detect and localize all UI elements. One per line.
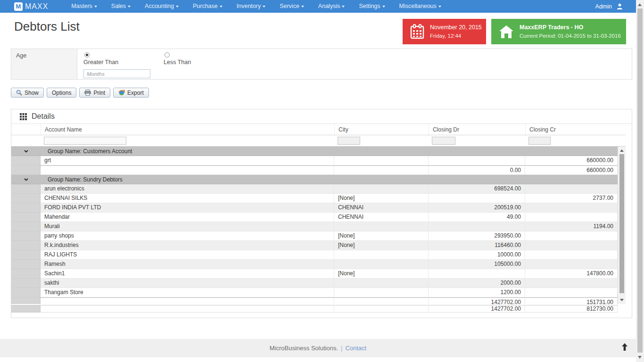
menu-analysis[interactable]: Analysis — [311, 0, 352, 13]
menu-sales[interactable]: Sales — [104, 0, 138, 13]
table-row[interactable]: grt660000.00 — [11, 156, 618, 165]
company-badge: MaxxERP Traders - HO Current Period: 01-… — [491, 19, 626, 44]
table-row[interactable]: Ramesh105000.00 — [11, 260, 618, 269]
app-logo[interactable]: M MAXX — [14, 2, 48, 11]
account-name-cell: Murali — [41, 222, 334, 231]
row-gutter-cell — [11, 260, 41, 269]
browser-vertical-scrollbar[interactable] — [636, 0, 644, 362]
table-row[interactable]: RAJ LIGHTS10000.00 — [11, 250, 618, 260]
table-row[interactable]: arun electronics698524.00 — [11, 184, 618, 194]
radio-less-than[interactable]: Less Than — [164, 52, 191, 66]
details-panel: Details Account Name City Closing Dr Clo… — [11, 109, 632, 318]
table-row[interactable]: MahendarCHENNAI49.00 — [11, 213, 618, 222]
group-row[interactable]: Group Name: Customers Account — [11, 147, 618, 156]
radio-greater-than[interactable]: Greater Than — [83, 52, 118, 66]
months-input[interactable] — [83, 69, 150, 78]
account-name-cell: Thangam Store — [41, 288, 334, 297]
account-name-filter-input[interactable] — [44, 137, 126, 145]
city-cell — [334, 260, 429, 269]
closing-cr-cell — [525, 231, 618, 241]
city-cell — [334, 184, 429, 194]
main-menu: MastersSalesAccountingPurchaseInventoryS… — [64, 0, 448, 13]
table-row[interactable]: sakthi2000.00 — [11, 279, 618, 288]
table-row[interactable]: CHENNAI SILKS[None]2737.00 — [11, 194, 618, 203]
export-button[interactable]: Export — [113, 88, 149, 98]
menu-accounting[interactable]: Accounting — [138, 0, 186, 13]
closing-cr-cell — [525, 250, 618, 260]
header-city[interactable]: City — [334, 124, 429, 135]
menu-settings[interactable]: Settings — [352, 0, 392, 13]
city-cell — [334, 288, 429, 297]
table-row[interactable]: Thangam Store1200.00 — [11, 288, 618, 297]
browser-scrollbar-thumb[interactable] — [637, 8, 643, 353]
menu-inventory[interactable]: Inventory — [230, 0, 272, 13]
total-account-cell — [41, 305, 334, 313]
subtotal-city-cell — [334, 297, 429, 304]
city-filter-input[interactable] — [338, 137, 360, 145]
account-name-cell: grt — [41, 156, 334, 165]
debtors-table: Account Name City Closing Dr Closing Cr … — [11, 124, 626, 313]
contact-link[interactable]: Contact — [345, 345, 366, 352]
closing-cr-cell — [525, 288, 618, 297]
print-button[interactable]: Print — [79, 88, 110, 98]
scroll-up-arrow-icon[interactable] — [620, 149, 624, 152]
group-subtotal-row: 1427702.00151731.00 — [11, 297, 618, 304]
table-vertical-scrollbar[interactable] — [618, 147, 626, 304]
scrollbar-thumb[interactable] — [619, 154, 624, 293]
magnifier-icon — [16, 90, 22, 96]
options-button[interactable]: Options — [47, 88, 76, 98]
row-gutter-cell — [11, 213, 41, 222]
chevron-down-icon — [342, 6, 345, 8]
table-row[interactable]: FORD INDIA PVT LTDCHENNAI200519.00 — [11, 203, 618, 213]
table-row[interactable]: Murali1194.00 — [11, 222, 618, 231]
menu-masters[interactable]: Masters — [64, 0, 104, 13]
radio-greater-than-icon[interactable] — [84, 52, 90, 58]
account-name-cell: Ramesh — [41, 260, 334, 269]
age-filter-label: Age — [11, 49, 77, 79]
header-closing-cr[interactable]: Closing Cr — [525, 124, 618, 135]
show-button[interactable]: Show — [11, 88, 44, 98]
closing-cr-filter-input[interactable] — [528, 137, 551, 145]
user-menu[interactable]: Admin — [595, 3, 623, 10]
collapse-chevron-down-icon[interactable] — [24, 150, 28, 153]
subtotal-account-cell — [41, 297, 334, 304]
closing-dr-cell: 698524.00 — [429, 184, 525, 194]
menu-purchase[interactable]: Purchase — [186, 0, 230, 13]
radio-greater-than-label: Greater Than — [83, 59, 118, 66]
header-account-name[interactable]: Account Name — [41, 124, 334, 135]
row-gutter-cell — [11, 250, 41, 260]
radio-less-than-icon[interactable] — [165, 52, 170, 58]
table-row[interactable]: parry shops[None]293950.00 — [11, 231, 618, 241]
row-gutter-cell — [11, 194, 41, 203]
account-name-cell: parry shops — [41, 231, 334, 241]
menu-service[interactable]: Service — [272, 0, 311, 13]
grid-icon — [20, 113, 27, 120]
closing-dr-cell: 105000.00 — [429, 260, 525, 269]
header-closing-dr[interactable]: Closing Dr — [429, 124, 525, 135]
scroll-down-arrow-icon[interactable] — [620, 299, 624, 301]
table-row[interactable]: Sachin1[None]147800.00 — [11, 269, 618, 279]
logo-text: MAXX — [25, 2, 48, 11]
chevron-down-icon — [301, 6, 304, 8]
footer-text: MicroBusiness Solutions. — [270, 345, 338, 352]
back-to-top-icon[interactable] — [621, 343, 628, 351]
current-date: November 20, 2015 — [430, 23, 482, 32]
group-row[interactable]: Group Name: Sundry Debtors — [11, 175, 618, 184]
closing-dr-filter-input[interactable] — [432, 137, 455, 145]
city-cell: [None] — [334, 194, 429, 203]
city-cell: CHENNAI — [334, 203, 429, 213]
closing-cr-cell — [525, 241, 618, 250]
footer-separator: | — [341, 345, 342, 352]
table-row[interactable]: R.k.industries[None]116460.00 — [11, 241, 618, 250]
date-badge: November 20, 2015 Friday, 12:44 — [403, 19, 486, 44]
chevron-down-icon — [382, 6, 385, 8]
collapse-chevron-down-icon[interactable] — [24, 178, 28, 181]
city-cell: [None] — [334, 269, 429, 279]
menu-miscellaneous[interactable]: Miscellaneous — [392, 0, 448, 13]
closing-dr-cell: 293950.00 — [429, 231, 525, 241]
home-icon — [499, 25, 514, 39]
city-cell — [334, 250, 429, 260]
group-subtotal-row: 0.00660000.00 — [11, 165, 618, 175]
browser-scroll-down-icon[interactable] — [638, 356, 642, 359]
browser-scroll-up-icon[interactable] — [638, 3, 642, 6]
